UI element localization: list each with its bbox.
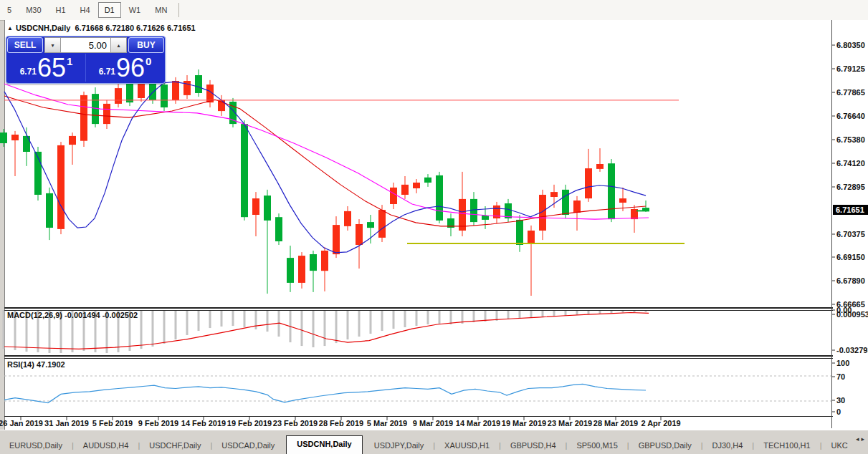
tab-ukc[interactable]: UKC (821, 438, 857, 454)
macd-histogram-bar (530, 310, 533, 318)
candle-body (321, 251, 328, 271)
timeframe-button-h1[interactable]: H1 (49, 2, 72, 18)
macd-histogram-bar (439, 310, 441, 324)
macd-histogram-bar (267, 310, 269, 332)
macd-histogram-bar (370, 310, 372, 334)
timeframe-button-5[interactable]: 5 (1, 2, 18, 18)
tab-tech100-h1[interactable]: TECH100,H1 (754, 438, 819, 454)
macd-histogram-bar (175, 310, 177, 339)
sell-price-sup: 1 (67, 55, 72, 67)
price-axis-label: 6.74120 (836, 159, 865, 168)
sell-button[interactable]: SELL (7, 37, 43, 53)
candle-body (138, 82, 145, 98)
candle-body (356, 224, 363, 245)
panel-separator (4, 358, 833, 359)
candle-body (310, 254, 317, 271)
macd-histogram-bar (335, 310, 338, 343)
candle-body (115, 88, 122, 104)
candle-body (367, 222, 374, 228)
tab-scroll-arrows[interactable]: ◂▸ (856, 435, 867, 443)
candle-body (596, 164, 604, 169)
macd-label: MACD(12,26,9) -0.001494 -0.002502 (7, 311, 138, 319)
tab-xauusd-h1[interactable]: XAUUSD,H1 (435, 438, 499, 454)
volume-input[interactable]: 5.00 (61, 37, 110, 53)
toolbar-separator (178, 3, 179, 17)
chart-quotes: 6.71668 6.72180 6.71626 6.71651 (75, 24, 195, 32)
timeframe-button-w1[interactable]: W1 (123, 2, 148, 18)
trading-terminal-window: 5M30H1H4D1W1MN ▲USDCNH,Daily 6.71668 6.7… (0, 0, 868, 454)
price-axis-label: 6.69150 (836, 253, 865, 261)
price-axis-divider (831, 20, 832, 428)
tab-sp500-m15[interactable]: SP500,M15 (567, 438, 626, 454)
candle-body (333, 225, 340, 254)
tab-usdjpy-daily[interactable]: USDJPY,Daily (365, 438, 434, 454)
candle-body (550, 192, 558, 197)
macd-histogram-bar (152, 310, 154, 347)
buy-price-sup: 0 (146, 55, 151, 67)
date-axis-label: 23 Feb 2019 (273, 419, 318, 428)
tab-dj30-h4[interactable]: DJ30,H4 (703, 438, 753, 454)
macd-histogram-bar (427, 310, 429, 324)
candle-body (573, 201, 581, 213)
rsi-line (4, 384, 646, 402)
buy-button[interactable]: BUY (128, 37, 164, 53)
macd-histogram-bar (232, 310, 234, 326)
rsi-axis-label: 70 (836, 372, 845, 381)
volume-decrease-button[interactable]: ▾ (44, 37, 61, 53)
macd-histogram-bar (542, 310, 544, 317)
candle-body (126, 81, 133, 102)
candle-body (252, 198, 259, 215)
sell-price-prefix: 6.71 (20, 67, 37, 77)
chart-tab-bar: EURUSD,Daily|AUDUSD,H4|USDCHF,Daily|USDC… (0, 430, 868, 454)
candle-body (528, 231, 535, 243)
macd-histogram-bar (507, 310, 510, 319)
macd-histogram-bar (485, 310, 487, 322)
candle-body (0, 132, 7, 143)
tab-eurusd-daily[interactable]: EURUSD,Daily (0, 438, 72, 454)
tab-usdcad-daily[interactable]: USDCAD,Daily (212, 438, 284, 454)
date-axis-label: 28 Mar 2019 (593, 419, 638, 428)
buy-price-prefix: 6.71 (99, 67, 115, 77)
candle-body (390, 188, 397, 204)
date-axis-label: 26 Jan 2019 (0, 419, 43, 428)
tab-scroll-right-icon[interactable]: ▸ (861, 435, 867, 443)
price-axis-label: 6.79125 (836, 64, 865, 73)
candle-body (378, 210, 386, 238)
tab-usdchf-daily[interactable]: USDCHF,Daily (140, 438, 210, 454)
timeframe-button-h4[interactable]: H4 (74, 2, 97, 18)
timeframe-button-mn[interactable]: MN (148, 2, 173, 18)
date-axis-label: 19 Feb 2019 (227, 419, 272, 428)
timeframe-toolbar: 5M30H1H4D1W1MN (0, 0, 868, 21)
macd-histogram-bar (553, 310, 555, 317)
buy-price-display[interactable]: 6.71 96 0 (85, 54, 164, 82)
macd-histogram-bar (519, 310, 521, 319)
date-axis-label: 23 Mar 2019 (548, 419, 592, 428)
macd-histogram-bar (347, 310, 349, 339)
timeframe-button-d1[interactable]: D1 (98, 2, 121, 18)
price-axis-label: 6.67890 (836, 276, 865, 285)
candle-body (298, 256, 305, 283)
tab-audusd-h4[interactable]: AUDUSD,H4 (74, 438, 138, 454)
candle-body (241, 124, 248, 217)
candle-body (482, 216, 489, 220)
date-axis-label: 19 Mar 2019 (502, 419, 546, 428)
macd-histogram-bar (381, 310, 383, 331)
candle-body (344, 211, 351, 226)
rsi-axis-label: 100 (836, 359, 849, 367)
date-axis-label: 2 Apr 2019 (641, 419, 680, 428)
tab-gbpusd-h4[interactable]: GBPUSD,H4 (501, 438, 566, 454)
tab-usdcnh-daily[interactable]: USDCNH,Daily (286, 435, 362, 454)
volume-increase-button[interactable]: ▴ (110, 37, 127, 53)
sell-price-display[interactable]: 6.71 65 1 (7, 54, 85, 82)
panel-separator[interactable] (4, 355, 833, 357)
macd-histogram-bar (576, 310, 578, 315)
date-axis-label: 28 Feb 2019 (319, 419, 363, 428)
macd-histogram-bar (244, 310, 246, 327)
tab-gbpusd-daily[interactable]: GBPUSD,Daily (629, 438, 701, 454)
timeframe-button-m30[interactable]: M30 (19, 2, 47, 18)
panel-separator[interactable] (4, 307, 833, 309)
ma-blue-line (4, 82, 646, 253)
price-axis-label: 6.75380 (836, 135, 865, 144)
candle-body (516, 220, 523, 245)
candle-body (436, 175, 443, 221)
